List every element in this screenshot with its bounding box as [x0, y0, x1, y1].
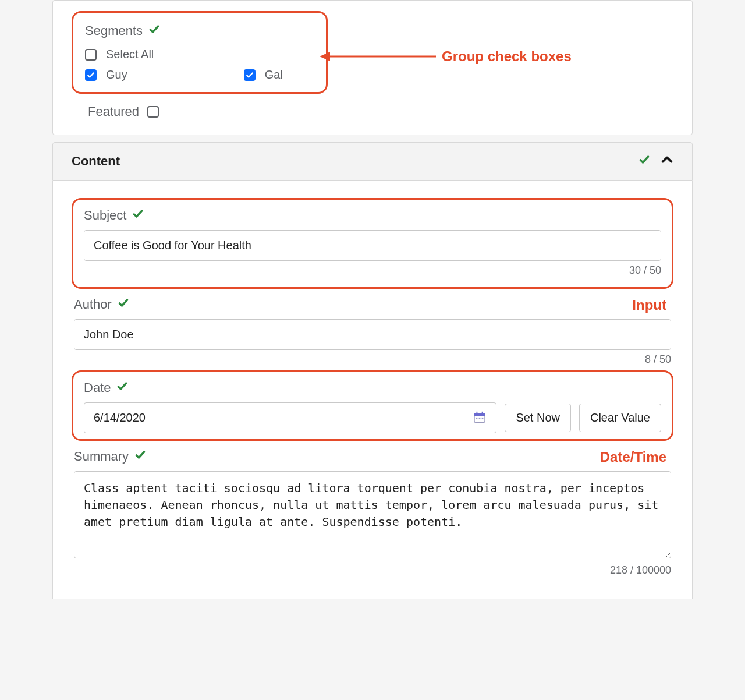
segment-gal-row[interactable]: Gal: [244, 68, 283, 82]
check-icon: [118, 297, 129, 312]
date-label-row: Date: [84, 380, 661, 395]
select-all-checkbox-row[interactable]: Select All: [85, 48, 314, 61]
date-label: Date: [84, 380, 111, 395]
segment-guy-row[interactable]: Guy: [85, 68, 127, 82]
segments-title: Segments: [85, 23, 314, 38]
content-section-header[interactable]: Content: [52, 142, 693, 181]
date-callout: Date: [72, 370, 673, 441]
segment-guy-label: Guy: [106, 68, 127, 82]
author-label-row: Author: [74, 297, 129, 312]
check-icon: [116, 380, 128, 395]
check-icon: [638, 154, 650, 169]
annotation-input: Input: [632, 297, 666, 313]
svg-rect-6: [476, 417, 478, 419]
check-icon: [132, 208, 144, 223]
date-input[interactable]: [84, 402, 496, 433]
author-input[interactable]: [74, 319, 671, 350]
subject-input[interactable]: [84, 230, 661, 261]
select-all-checkbox[interactable]: [85, 49, 97, 61]
annotation-group-checkboxes: Group check boxes: [320, 48, 572, 65]
clear-value-button[interactable]: Clear Value: [579, 404, 661, 432]
featured-row[interactable]: Featured: [72, 104, 673, 119]
segment-gal-checkbox[interactable]: [244, 69, 256, 81]
calendar-icon[interactable]: [473, 411, 486, 426]
author-counter: 8 / 50: [74, 353, 671, 366]
segment-gal-label: Gal: [265, 68, 283, 82]
subject-callout: Subject 30 / 50: [72, 198, 673, 289]
author-label: Author: [74, 297, 112, 312]
content-section-title: Content: [72, 154, 120, 169]
subject-counter: 30 / 50: [84, 264, 661, 277]
featured-checkbox[interactable]: [147, 106, 159, 118]
subject-label-row: Subject: [84, 208, 661, 223]
check-icon: [134, 449, 146, 464]
chevron-up-icon[interactable]: [661, 153, 673, 169]
set-now-button[interactable]: Set Now: [505, 404, 571, 432]
segments-group: Segments Select All: [72, 11, 328, 94]
svg-rect-7: [479, 417, 481, 419]
segments-label: Segments: [85, 23, 143, 38]
svg-rect-3: [474, 413, 485, 416]
summary-counter: 218 / 100000: [74, 564, 671, 577]
select-all-label: Select All: [106, 48, 154, 61]
check-icon: [148, 23, 160, 38]
subject-label: Subject: [84, 208, 126, 223]
summary-textarea[interactable]: [74, 471, 671, 558]
summary-label-row: Summary: [74, 449, 146, 464]
annotation-group-checkboxes-text: Group check boxes: [442, 48, 572, 65]
featured-label: Featured: [88, 104, 139, 119]
svg-rect-8: [482, 417, 484, 419]
svg-marker-1: [320, 52, 330, 61]
summary-label: Summary: [74, 449, 129, 464]
segment-guy-checkbox[interactable]: [85, 69, 97, 81]
annotation-date-time: Date/Time: [600, 449, 666, 465]
